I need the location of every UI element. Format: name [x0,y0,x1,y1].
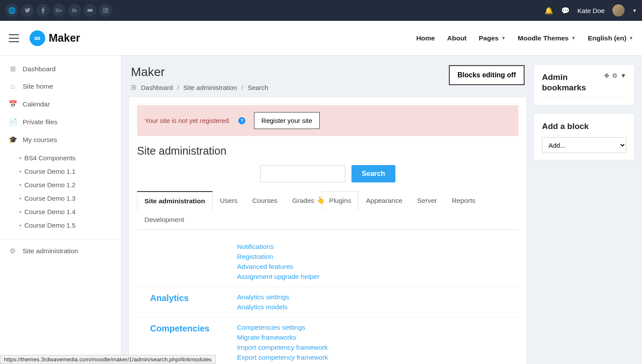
admin-section-title[interactable]: Analytics [150,293,237,311]
hamburger-icon[interactable] [9,34,19,42]
admin-card: Your site is not yet registered. ? Regis… [129,97,526,364]
block-add-block: Add a block Add... [534,114,634,160]
sidebar-courses: BS4 ComponentsCourse Demo 1.1Course Demo… [0,149,121,236]
admin-search-input[interactable] [260,165,345,182]
navbar-item[interactable]: Pages▼ [479,34,506,42]
youtube-icon[interactable] [84,4,97,17]
instagram-icon[interactable] [99,4,112,17]
tab-server[interactable]: Server [410,191,445,210]
brand-text: Maker [49,32,80,44]
bell-icon[interactable]: 🔔 [545,7,553,15]
breadcrumb-item: Search [247,84,268,91]
sidebar-course-item[interactable]: Course Demo 1.5 [0,218,121,232]
admin-link[interactable]: Migrate frameworks [237,334,328,341]
tab-courses[interactable]: Courses [245,191,285,210]
admin-link[interactable]: Assignment upgrade helper [237,273,320,281]
navbar-item[interactable]: About [447,34,467,42]
grad-icon: 🎓 [9,136,17,144]
user-caret-icon[interactable]: ▼ [632,8,637,13]
section-title: Site administration [137,145,518,157]
admin-link[interactable]: Import competency framework [237,344,328,351]
admin-link[interactable]: Analytics settings [237,293,289,301]
tab-grades[interactable]: Grades [285,191,322,210]
search-button[interactable]: Search [351,165,395,182]
brand[interactable]: ∞ Maker [30,30,80,46]
admin-link[interactable]: Registration [237,253,320,261]
sidebar: ⊞Dashboard⌂Site home📅Calendar📄Private fi… [0,56,121,364]
admin-link[interactable]: Competencies settings [237,324,328,331]
alert-warning: Your site is not yet registered. ? Regis… [137,105,518,136]
admin-link[interactable]: Analytics models [237,303,289,311]
admin-link[interactable]: Notifications [237,243,320,251]
dashboard-icon: ⊞ [9,65,17,73]
admin-link[interactable]: Advanced features [237,263,320,271]
file-icon: 📄 [9,118,17,126]
sidebar-item[interactable]: 📅Calendar [0,95,121,113]
tab-reports[interactable]: Reports [445,191,483,210]
twitter-icon[interactable] [21,4,34,17]
blocks-editing-button[interactable]: Blocks editing off [449,65,525,85]
brand-logo-icon: ∞ [30,30,45,46]
admin-link[interactable]: Export competency framework [237,354,328,361]
topbar: 🌐 G+ in 🔔 💬 Kate Doe ▼ [0,0,642,21]
chevron-down-icon: ▼ [571,36,575,40]
navbar: ∞ Maker HomeAboutPages▼Moodle Themes▼Eng… [0,21,642,56]
breadcrumb-item[interactable]: Dashboard [141,84,173,91]
register-site-button[interactable]: Register your site [254,112,320,129]
block-title: Add a block [542,121,626,132]
breadcrumb-item[interactable]: Site administration [184,84,237,91]
sidebar-item[interactable]: 🎓My courses [0,131,121,149]
svg-point-2 [107,9,107,9]
tab-plugins[interactable]: Plugins [322,191,359,211]
help-icon[interactable]: ? [238,117,245,124]
gplus-icon[interactable]: G+ [52,4,65,17]
sidebar-item-label: Site administration [23,247,78,255]
sidebar-course-item[interactable]: Course Demo 1.4 [0,205,121,218]
svg-point-1 [105,10,107,12]
tab-site-administration[interactable]: Site administration [137,191,213,211]
gear-icon[interactable]: ⚙ [612,72,618,79]
block-title: Admin bookmarks [542,72,604,93]
home-icon: ⌂ [9,83,17,90]
admin-section: AnalyticsAnalytics settingsAnalytics mod… [137,287,518,317]
status-bar: https://themes.3rdwavemedia.com/moodle/m… [0,355,216,364]
facebook-icon[interactable] [37,4,50,17]
sidebar-item-label: Site home [23,83,53,90]
navbar-menu: HomeAboutPages▼Moodle Themes▼English (en… [416,34,633,42]
sidebar-item[interactable]: ⌂Site home [0,78,121,95]
add-block-select[interactable]: Add... [542,137,626,153]
linkedin-icon[interactable]: in [68,4,81,17]
block-admin-bookmarks: Admin bookmarks ✥ ⚙ ▼ [534,65,634,105]
page-title: Maker [131,65,268,79]
sidebar-item-label: Calendar [23,100,50,108]
social-icons: 🌐 G+ in [5,4,112,17]
admin-section: NotificationsRegistrationAdvanced featur… [137,237,518,287]
topbar-user: 🔔 💬 Kate Doe ▼ [545,4,637,17]
tab-appearance[interactable]: Appearance [358,191,410,210]
chevron-down-icon[interactable]: ▼ [620,72,626,79]
sidebar-item[interactable]: 📄Private files [0,113,121,131]
sidebar-course-item[interactable]: BS4 Components [0,151,121,165]
sidebar-course-item[interactable]: Course Demo 1.2 [0,178,121,192]
navbar-item[interactable]: Home [416,34,435,42]
gear-icon: ⚙ [9,247,17,255]
navbar-item[interactable]: English (en)▼ [588,34,633,42]
admin-tabs: Site administrationUsersCoursesGradesPlu… [137,191,518,230]
chevron-down-icon: ▼ [501,36,505,40]
navbar-item[interactable]: Moodle Themes▼ [518,34,575,42]
avatar[interactable] [612,4,625,17]
dashboard-icon: ⊞ [131,83,137,91]
tab-development[interactable]: Development [137,210,191,229]
sidebar-item[interactable]: ⊞Dashboard [0,60,121,78]
sidebar-item-label: My courses [23,136,57,144]
sidebar-item-label: Private files [23,118,57,126]
sidebar-item-site-admin[interactable]: ⚙ Site administration [0,242,121,260]
chat-icon[interactable]: 💬 [561,7,570,15]
sidebar-course-item[interactable]: Course Demo 1.3 [0,192,121,205]
move-icon[interactable]: ✥ [604,72,609,79]
sidebar-course-item[interactable]: Course Demo 1.1 [0,165,121,178]
user-name[interactable]: Kate Doe [578,7,605,14]
globe-icon[interactable]: 🌐 [5,4,18,17]
tab-users[interactable]: Users [213,191,245,210]
sidebar-item-label: Dashboard [23,65,56,73]
